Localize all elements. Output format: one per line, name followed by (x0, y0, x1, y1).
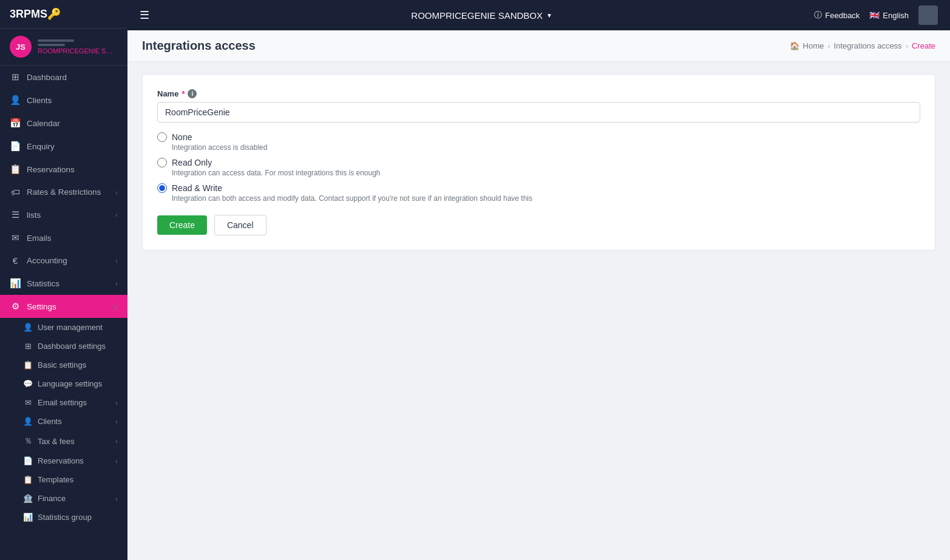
radio-desc-read-write: Integration can both access and modify d… (157, 194, 920, 203)
sidebar-sublabel-reservations: Reservations (38, 456, 84, 465)
sidebar-item-accounting[interactable]: € Accounting ‹ (0, 249, 127, 272)
chevron-down-icon: ∨ (113, 303, 118, 311)
topbar: ☰ ROOMPRICEGENIE SANDBOX ▼ ⓘ Feedback 🇬🇧… (127, 0, 950, 30)
chevron-right-icon3: ‹ (115, 257, 118, 265)
topbar-avatar[interactable] (918, 5, 938, 25)
radio-read-only[interactable] (157, 158, 167, 167)
settings-icon: ⚙ (10, 301, 21, 312)
radio-item-read-write: Read & Write Integration can both access… (157, 183, 920, 203)
name-label: Name * i (157, 89, 920, 98)
dashboard-settings-icon: ⊞ (23, 342, 33, 351)
sidebar-item-enquiry[interactable]: 📄 Enquiry (0, 135, 127, 158)
sidebar-label-dashboard: Dashboard (27, 73, 118, 82)
sidebar-subitem-templates[interactable]: 📋 Templates (0, 470, 127, 489)
sidebar-sublabel-email-settings: Email settings (38, 398, 87, 407)
sidebar-item-dashboard[interactable]: ⊞ Dashboard (0, 66, 127, 89)
chevron-right-icon4: ‹ (115, 280, 118, 287)
sidebar-sublabel-user-management: User management (38, 323, 103, 332)
hamburger-button[interactable]: ☰ (140, 8, 149, 22)
breadcrumb-parent[interactable]: Integrations access (834, 41, 902, 50)
home-icon: 🏠 (790, 41, 799, 50)
sidebar-subitem-clients[interactable]: 👤 Clients ‹ (0, 412, 127, 431)
required-indicator: * (182, 89, 185, 98)
sidebar-subitem-language-settings[interactable]: 💬 Language settings (0, 374, 127, 393)
clients-sub-icon: 👤 (23, 417, 33, 426)
page-area: Integrations access 🏠 Home › Integration… (127, 30, 950, 560)
main-content: ☰ ROOMPRICEGENIE SANDBOX ▼ ⓘ Feedback 🇬🇧… (127, 0, 950, 560)
flag-icon: 🇬🇧 (869, 10, 880, 20)
topbar-dropdown-icon[interactable]: ▼ (546, 12, 552, 19)
chevron-right-icon7: ‹ (115, 437, 118, 445)
lists-icon: ☰ (10, 209, 21, 220)
sidebar-label-emails: Emails (27, 234, 118, 243)
sidebar-sublabel-templates: Templates (38, 475, 73, 484)
sidebar-subitem-tax-fees[interactable]: ％ Tax & fees ‹ (0, 431, 127, 451)
radio-label-none[interactable]: None (172, 132, 192, 142)
calendar-icon: 📅 (10, 118, 21, 129)
sidebar-sublabel-statistics-group: Statistics group (38, 513, 92, 522)
form-card: Name * i None Integration access is disa… (142, 74, 935, 251)
sidebar-item-clients[interactable]: 👤 Clients (0, 89, 127, 112)
statistics-icon: 📊 (10, 278, 21, 289)
chevron-right-icon8: ‹ (115, 457, 118, 465)
radio-item-read-only: Read Only Integration can access data. F… (157, 158, 920, 177)
basic-settings-icon: 📋 (23, 360, 33, 369)
emails-icon: ✉ (10, 232, 21, 243)
user-org: ROOMPRICEGENIE SANDBO (38, 47, 117, 55)
avatar: JS (10, 36, 32, 58)
radio-label-read-write[interactable]: Read & Write (172, 183, 222, 193)
sidebar-subitem-dashboard-settings[interactable]: ⊞ Dashboard settings (0, 337, 127, 356)
cancel-button[interactable]: Cancel (214, 215, 266, 235)
sidebar-subitem-email-settings[interactable]: ✉ Email settings ‹ (0, 393, 127, 412)
statistics-group-icon: 📊 (23, 513, 33, 522)
tax-fees-icon: ％ (23, 436, 33, 447)
sidebar-subitem-statistics-group[interactable]: 📊 Statistics group (0, 508, 127, 527)
chevron-right-icon6: ‹ (115, 418, 118, 425)
sidebar-item-lists[interactable]: ☰ lists ‹ (0, 203, 127, 226)
sidebar-label-rates: Rates & Restrictions (27, 187, 109, 197)
radio-none[interactable] (157, 132, 167, 142)
sidebar-sublabel-clients: Clients (38, 417, 62, 426)
language-selector[interactable]: 🇬🇧 English (869, 10, 909, 20)
sidebar-label-reservations: Reservations (27, 165, 118, 174)
sidebar-subitem-finance[interactable]: 🏦 Finance ‹ (0, 489, 127, 508)
page-header: Integrations access 🏠 Home › Integration… (127, 30, 950, 62)
sidebar-label-lists: lists (27, 211, 109, 220)
radio-desc-read-only: Integration can access data. For most in… (157, 169, 920, 177)
feedback-button[interactable]: ⓘ Feedback (814, 10, 860, 21)
sidebar-label-enquiry: Enquiry (27, 142, 118, 151)
radio-desc-none: Integration access is disabled (157, 143, 920, 152)
sidebar-item-calendar[interactable]: 📅 Calendar (0, 112, 127, 135)
language-settings-icon: 💬 (23, 379, 33, 388)
reservations-icon: 📋 (10, 164, 21, 175)
sidebar-label-statistics: Statistics (27, 279, 109, 288)
rates-icon: 🏷 (10, 187, 21, 197)
sidebar-header: 3RPMS🔑 (0, 0, 127, 29)
sidebar-subitem-reservations[interactable]: 📄 Reservations ‹ (0, 451, 127, 470)
radio-read-write[interactable] (157, 183, 167, 193)
sidebar-sublabel-finance: Finance (38, 494, 66, 503)
help-circle-icon: ⓘ (814, 10, 822, 21)
finance-icon: 🏦 (23, 494, 33, 503)
breadcrumb-current: Create (912, 41, 935, 50)
name-input[interactable] (157, 102, 920, 123)
sidebar-item-rates-restrictions[interactable]: 🏷 Rates & Restrictions ‹ (0, 181, 127, 203)
clients-icon: 👤 (10, 95, 21, 106)
logo: 3RPMS🔑 (10, 7, 61, 21)
create-button[interactable]: Create (157, 215, 207, 235)
sidebar-label-settings: Settings (27, 302, 107, 311)
sidebar-subitem-user-management[interactable]: 👤 User management (0, 318, 127, 337)
topbar-title: ROOMPRICEGENIE SANDBOX ▼ (159, 10, 804, 21)
sidebar-subitem-basic-settings[interactable]: 📋 Basic settings (0, 356, 127, 374)
sidebar-item-statistics[interactable]: 📊 Statistics ‹ (0, 272, 127, 295)
chevron-right-icon9: ‹ (115, 495, 118, 502)
enquiry-icon: 📄 (10, 141, 21, 152)
sidebar-item-emails[interactable]: ✉ Emails (0, 226, 127, 249)
sidebar-item-reservations[interactable]: 📋 Reservations (0, 158, 127, 181)
info-icon[interactable]: i (188, 89, 197, 98)
sidebar-item-settings[interactable]: ⚙ Settings ∨ (0, 295, 127, 318)
sidebar-sublabel-dashboard-settings: Dashboard settings (38, 342, 106, 351)
breadcrumb-home[interactable]: Home (803, 41, 824, 50)
sidebar-sublabel-language-settings: Language settings (38, 379, 102, 388)
radio-label-read-only[interactable]: Read Only (172, 158, 212, 167)
